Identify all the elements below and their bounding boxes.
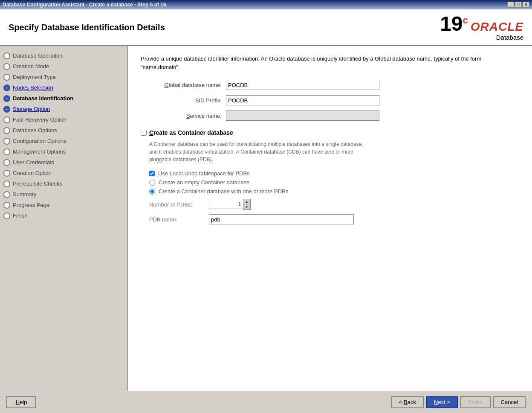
sidebar-item-label: Deployment Type xyxy=(13,74,56,80)
sidebar-item-progress-page: Progress Page xyxy=(0,200,127,210)
next-label: Next > xyxy=(434,399,450,405)
pdb-name-label: PDB name: xyxy=(149,216,209,223)
sid-prefix-input[interactable] xyxy=(226,95,379,105)
container-db-checkbox-row: Create as Container database xyxy=(141,129,519,136)
sidebar-item-user-credentials: User Credentials xyxy=(0,157,127,168)
cancel-button[interactable]: Cancel xyxy=(493,396,526,408)
container-with-pdb-row: Create a Container database with one or … xyxy=(149,188,519,195)
step-indicator-database-operation xyxy=(3,52,10,59)
pdb-name-input[interactable] xyxy=(209,214,354,224)
empty-container-label: Create an empty Container database xyxy=(159,179,249,186)
bottom-bar: Help < Back Next > Finish Cancel xyxy=(0,391,532,413)
sid-prefix-label: SID Prefix: xyxy=(141,97,226,104)
sidebar-item-database-options: Database Options xyxy=(0,125,127,136)
title-bar-text: Database Configuration Assistant - Creat… xyxy=(3,2,166,8)
bottom-left-buttons: Help xyxy=(6,396,36,408)
step-indicator-progress-page xyxy=(3,202,10,209)
container-with-pdb-radio[interactable] xyxy=(149,189,155,195)
main-window: Specify Database Identification Details … xyxy=(0,9,532,413)
sidebar-item-label: Finish xyxy=(13,212,28,219)
sidebar: Database Operation Creation Mode Deploym… xyxy=(0,46,128,391)
title-bar: Database Configuration Assistant - Creat… xyxy=(0,0,532,9)
sidebar-item-storage-option[interactable]: Storage Option xyxy=(0,104,127,114)
oracle-superscript: c xyxy=(463,15,468,26)
container-db-label: Create as Container database xyxy=(149,129,233,136)
global-db-name-input[interactable] xyxy=(226,80,379,90)
step-indicator-fast-recovery xyxy=(3,116,10,123)
sid-prefix-row: SID Prefix: xyxy=(141,95,519,105)
sidebar-item-nodes-selection[interactable]: Nodes Selection xyxy=(0,82,127,93)
service-name-row: Service name: xyxy=(141,111,519,121)
empty-container-radio[interactable] xyxy=(149,180,155,186)
sidebar-item-label: Summary xyxy=(13,191,37,198)
num-pdb-spinner: ▲ ▼ xyxy=(209,199,251,210)
sidebar-item-label: Database Operation xyxy=(13,52,62,59)
sidebar-item-label: Fast Recovery Option xyxy=(13,116,66,123)
empty-container-row: Create an empty Container database xyxy=(149,179,519,186)
spinner-down-button[interactable]: ▼ xyxy=(243,204,250,209)
sidebar-item-configuration-options: Configuration Options xyxy=(0,136,127,146)
content-area: Database Operation Creation Mode Deploym… xyxy=(0,46,532,391)
sidebar-item-fast-recovery: Fast Recovery Option xyxy=(0,114,127,125)
oracle-product: Database xyxy=(496,34,523,41)
help-label: Help xyxy=(16,399,27,405)
container-db-checkbox[interactable] xyxy=(141,130,147,136)
oracle-version: 19c xyxy=(440,14,468,34)
oracle-brand: ORACLE xyxy=(471,20,523,34)
num-pdb-row: Number of PDBs: ▲ ▼ xyxy=(149,199,519,210)
sidebar-item-label: Prerequisite Checks xyxy=(13,180,62,187)
help-button[interactable]: Help xyxy=(6,396,36,408)
spinner-up-button[interactable]: ▲ xyxy=(243,199,250,204)
sidebar-item-management-options: Management Options xyxy=(0,146,127,157)
sidebar-item-creation-option: Creation Option xyxy=(0,168,127,178)
title-bar-buttons: _ □ ✕ xyxy=(507,2,529,8)
service-name-input[interactable] xyxy=(226,111,379,121)
main-content: Provide a unique database identifier inf… xyxy=(128,46,532,391)
sidebar-item-label: Creation Option xyxy=(13,170,52,176)
bottom-right-buttons: < Back Next > Finish Cancel xyxy=(391,396,526,408)
sidebar-item-label: Storage Option xyxy=(13,106,50,112)
cancel-label: Cancel xyxy=(501,399,518,405)
step-indicator-nodes-selection xyxy=(3,84,10,91)
sidebar-item-label: Management Options xyxy=(13,148,66,155)
sidebar-item-creation-mode: Creation Mode xyxy=(0,61,127,72)
sidebar-item-label: User Credentials xyxy=(13,159,54,166)
sidebar-item-deployment-type: Deployment Type xyxy=(0,72,127,82)
service-name-label: Service name: xyxy=(141,113,226,119)
step-indicator-deployment-type xyxy=(3,74,10,81)
spinner-buttons: ▲ ▼ xyxy=(243,199,251,210)
sidebar-item-label: Progress Page xyxy=(13,202,49,208)
container-description: A Container database can be used for con… xyxy=(149,140,519,163)
back-button[interactable]: < Back xyxy=(391,396,424,408)
step-indicator-creation-mode xyxy=(3,63,10,70)
local-undo-checkbox[interactable] xyxy=(149,171,155,176)
sidebar-item-finish: Finish xyxy=(0,210,127,221)
step-indicator-creation-option xyxy=(3,170,10,177)
oracle-text: ORACLE Database xyxy=(471,20,523,41)
global-db-name-label: Global database name: xyxy=(141,82,226,88)
minimize-button[interactable]: _ xyxy=(507,2,514,8)
local-undo-label: Use Local Undo tablespace for PDBs xyxy=(158,170,250,177)
finish-button[interactable]: Finish xyxy=(460,396,491,408)
next-button[interactable]: Next > xyxy=(426,396,458,408)
num-pdb-input[interactable] xyxy=(209,199,243,209)
sidebar-item-label: Creation Mode xyxy=(13,63,49,70)
step-indicator-configuration-options xyxy=(3,138,10,145)
sidebar-item-label: Nodes Selection xyxy=(13,84,53,91)
description-text: Provide a unique database identifier inf… xyxy=(141,55,519,71)
step-indicator-storage-option xyxy=(3,106,10,113)
back-label: < Back xyxy=(399,399,416,405)
header: Specify Database Identification Details … xyxy=(0,9,532,46)
close-button[interactable]: ✕ xyxy=(523,2,529,8)
step-indicator-finish xyxy=(3,212,10,219)
sidebar-item-database-operation: Database Operation xyxy=(0,50,127,61)
finish-label: Finish xyxy=(468,399,483,405)
maximize-button[interactable]: □ xyxy=(515,2,522,8)
sidebar-item-summary: Summary xyxy=(0,189,127,200)
container-section: Create as Container database A Container… xyxy=(141,129,519,224)
page-title: Specify Database Identification Details xyxy=(9,23,165,32)
sidebar-item-database-identification: Database Identification xyxy=(0,93,127,104)
num-pdb-label: Number of PDBs: xyxy=(149,201,209,208)
sidebar-item-label: Configuration Options xyxy=(13,138,66,144)
oracle-logo: 19c ORACLE Database xyxy=(440,14,523,41)
